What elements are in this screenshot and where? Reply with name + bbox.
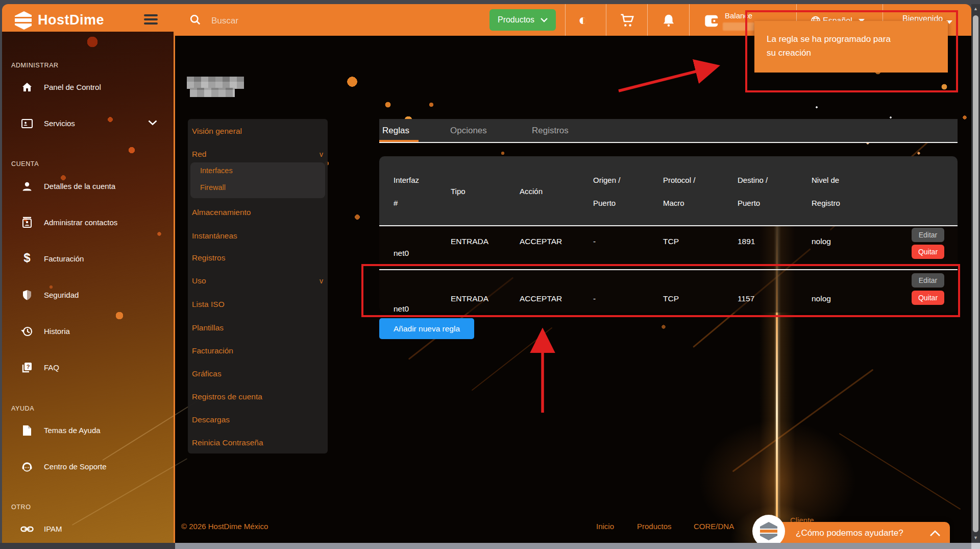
chat-help-bar[interactable]: ¿Cómo podemos ayudarte? (761, 522, 950, 544)
menu-item-red[interactable]: Red (192, 150, 206, 159)
menu-item-almacenamiento[interactable]: Almacenamiento (192, 208, 251, 217)
sidebar-item-label: Detalles de la cuenta (44, 182, 115, 190)
document-icon (20, 424, 34, 437)
sidebar-item-panel-de-control[interactable]: Panel de Control (2, 79, 174, 96)
menu-item-facturacion[interactable]: Facturación (192, 346, 233, 355)
toast-notification[interactable]: La regla se ha programado para su creaci… (754, 21, 948, 73)
cell-origen: - (593, 294, 596, 303)
cell-accion: ACCEPTAR (520, 294, 562, 303)
toast-message-line2: su creación (767, 48, 811, 58)
menu-item-lista-iso[interactable]: Lista ISO (192, 300, 225, 309)
annotation-arrow-to-rule (528, 327, 559, 416)
sidebar-item-label: Panel de Control (44, 83, 101, 91)
menu-item-plantillas[interactable]: Plantillas (192, 323, 224, 332)
table-row-highlighted: net0 ENTRADA ACCEPTAR - TCP 1157 nolog E… (379, 270, 958, 313)
remove-rule-button[interactable]: Quitar (912, 291, 944, 305)
sidebar-divider (174, 32, 175, 543)
tab-opciones[interactable]: Opciones (450, 126, 487, 136)
shield-icon (20, 289, 34, 302)
column-header-interfaz-2: # (394, 199, 398, 207)
toast-message-line1: La regla se ha programado para (767, 34, 891, 44)
dollar-icon: $ (20, 251, 34, 265)
background-streak (732, 369, 874, 472)
brand-name[interactable]: HostDime (38, 12, 104, 28)
sidebar-item-administrar-contactos[interactable]: Administrar contactos (2, 214, 174, 231)
search-icon[interactable] (190, 14, 201, 26)
menu-item-vision-general[interactable]: Visión general (192, 127, 242, 136)
edit-rule-button[interactable]: Editar (912, 273, 944, 288)
chat-help-label: ¿Cómo podemos ayudarte? (796, 528, 903, 538)
scrollbar-thumb[interactable] (973, 15, 978, 532)
cell-tipo: ENTRADA (451, 294, 488, 303)
column-header-origen-2: Puerto (593, 199, 616, 207)
history-icon (20, 325, 34, 338)
link-icon (20, 522, 34, 536)
sidebar-item-facturacion[interactable]: $ Facturación (2, 250, 174, 268)
menu-item-registros[interactable]: Registros (192, 253, 225, 262)
horizontal-scrollbar[interactable] (175, 543, 971, 549)
contrast-theme-icon[interactable]: ◐ (578, 11, 587, 29)
menu-item-instantaneas[interactable]: Instantáneas (192, 231, 237, 241)
vertical-scrollbar[interactable]: ▲ ▼ (971, 4, 980, 543)
notifications-bell-icon[interactable] (661, 13, 676, 28)
add-rule-button[interactable]: Añadir nueva regla (379, 318, 474, 339)
balance-label[interactable]: Balance (725, 11, 752, 20)
scroll-up-arrow[interactable]: ▲ (971, 6, 980, 11)
svg-text:?: ? (27, 364, 30, 370)
menu-item-graficas[interactable]: Gráficas (192, 369, 222, 378)
navbar-divider (689, 4, 690, 36)
products-button[interactable]: Productos (489, 9, 556, 31)
menu-item-registros-de-cuenta[interactable]: Registros de cuenta (192, 392, 262, 401)
menu-item-firewall[interactable]: Firewall (200, 183, 226, 192)
cell-accion: ACCEPTAR (520, 237, 562, 246)
footer-link-productos[interactable]: Productos (637, 522, 672, 531)
menu-item-reinicia-contrasena[interactable]: Reinicia Contraseña (192, 438, 263, 447)
sidebar-item-servicios[interactable]: Servicios (2, 115, 174, 132)
scroll-down-arrow[interactable]: ▼ (971, 535, 980, 540)
sidebar: ADMINISTRAR Panel de Control Servicios C… (2, 32, 174, 543)
sidebar-item-seguridad[interactable]: Seguridad (2, 287, 174, 304)
tab-registros[interactable]: Registros (532, 126, 569, 136)
sidebar-item-label: Centro de Soporte (44, 462, 107, 471)
column-header-destino-2: Puerto (738, 199, 760, 207)
cell-destino: 1157 (738, 294, 754, 303)
cart-icon[interactable] (619, 13, 635, 28)
wallet-icon[interactable] (704, 14, 720, 28)
sidebar-item-temas-de-ayuda[interactable]: Temas de Ayuda (2, 422, 174, 439)
cell-interface: net0 (394, 249, 409, 258)
menu-item-interfaces[interactable]: Interfaces (200, 166, 233, 175)
faq-icon: ? (20, 361, 34, 374)
sidebar-item-detalles-de-la-cuenta[interactable]: Detalles de la cuenta (2, 178, 174, 195)
footer-link-inicio[interactable]: Inicio (596, 522, 614, 531)
scrollbar-corner (971, 543, 980, 549)
column-header-destino: Destino / (738, 176, 768, 184)
copyright-text: © 2026 HostDime México (181, 522, 268, 531)
edit-rule-button[interactable]: Editar (912, 228, 944, 242)
sidebar-item-faq[interactable]: ? FAQ (2, 359, 174, 376)
hamburger-menu-icon[interactable] (144, 14, 158, 26)
active-tab-underline (379, 140, 419, 142)
remove-rule-button[interactable]: Quitar (912, 245, 944, 259)
app-window: HostDime Productos ◐ (0, 0, 980, 549)
home-icon (20, 81, 34, 94)
column-header-accion: Acción (520, 187, 543, 196)
chevron-down-icon (541, 18, 548, 22)
chevron-up-icon[interactable] (929, 530, 941, 537)
column-header-protocol: Protocol / (663, 176, 695, 184)
sidebar-section-ayuda: AYUDA (11, 405, 34, 412)
search-input[interactable] (210, 14, 325, 28)
menu-item-uso[interactable]: Uso (192, 276, 206, 285)
sidebar-item-ipam[interactable]: IPAM (2, 520, 174, 538)
menu-item-descargas[interactable]: Descargas (192, 415, 230, 424)
background-streak (839, 433, 961, 510)
vm-menu-panel: Visión general Red v Interfaces Firewall… (188, 119, 328, 453)
tab-reglas[interactable]: Reglas (382, 126, 409, 136)
cell-nivel: nolog (812, 294, 831, 303)
footer-link-core-dna[interactable]: CORE/DNA (694, 522, 734, 531)
hostdime-logo-icon[interactable] (13, 11, 35, 30)
cell-origen: - (593, 237, 596, 246)
cell-protocol: TCP (663, 237, 679, 246)
balance-amount-redacted (723, 22, 754, 31)
sidebar-item-centro-de-soporte[interactable]: Centro de Soporte (2, 458, 174, 475)
sidebar-item-historia[interactable]: Historia (2, 323, 174, 340)
